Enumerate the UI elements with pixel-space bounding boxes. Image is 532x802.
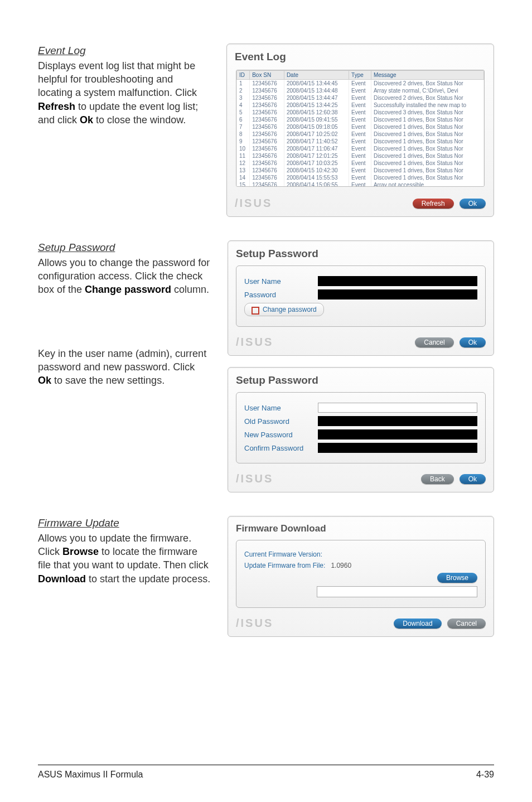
event-log-table[interactable]: IDBox SNDateTypeMessage 1123456762008/04…	[236, 70, 485, 187]
table-cell: Discovered 1 drives, Box Status Nor	[371, 152, 483, 160]
table-cell: Event	[349, 152, 371, 160]
setup-password-para2-bold: Ok	[38, 375, 51, 386]
firmware-download-panel: Firmware Download Current Firmware Versi…	[228, 516, 494, 637]
table-cell: Discovered 1 drives, Box Status Nor	[371, 138, 483, 145]
table-row[interactable]: 3123456762008/04/15 13:44:47EventDiscove…	[237, 94, 484, 102]
table-cell: 2008/04/15 13:44:47	[284, 94, 349, 102]
table-cell: 12345676	[250, 80, 284, 88]
table-cell: Discovered 2 drives, Box Status Nor	[371, 94, 483, 102]
table-cell: Event	[349, 145, 371, 152]
current-firmware-label: Current Firmware Version:	[244, 550, 322, 558]
setup-password-para2-pre: Key in the user name (admin), current pa…	[38, 348, 206, 373]
confirm-password-input[interactable]	[318, 443, 477, 453]
table-cell: 12345676	[250, 152, 284, 160]
table-cell: 8	[237, 131, 250, 138]
table-row[interactable]: 15123456762008/04/14 15:06:55EventArray …	[237, 181, 484, 187]
brand-logo: /ISUS	[236, 617, 273, 630]
event-log-column-header[interactable]: ID	[237, 71, 250, 80]
table-row[interactable]: 11123456762008/04/17 12:01:25EventDiscov…	[237, 152, 484, 160]
table-cell: 11	[237, 152, 250, 160]
table-cell: 6	[237, 116, 250, 123]
event-log-body-post: to close the window.	[93, 114, 186, 125]
table-cell: Discovered 3 drives, Box Status Nor	[371, 109, 483, 116]
table-cell: Event	[349, 181, 371, 187]
table-cell: 4	[237, 102, 250, 109]
user-name-label-2: User Name	[244, 404, 311, 412]
event-log-column-header[interactable]: Type	[349, 71, 371, 80]
firmware-body-post: to start the update process.	[86, 573, 210, 584]
change-password-checkbox[interactable]: Change password	[244, 303, 324, 316]
ok-button[interactable]: Ok	[460, 337, 486, 347]
table-cell: Discovered 1 drives, Box Status Nor	[371, 123, 483, 131]
table-cell: 2008/04/17 11:06:47	[284, 145, 349, 152]
setup-password-bold1: Change password	[85, 284, 171, 295]
back-button[interactable]: Back	[421, 474, 454, 484]
download-button[interactable]: Download	[394, 619, 441, 629]
firmware-file-input[interactable]	[317, 586, 477, 597]
old-password-label: Old Password	[244, 417, 311, 426]
browse-button[interactable]: Browse	[437, 573, 477, 583]
user-name-field[interactable]	[318, 276, 477, 286]
new-password-input[interactable]	[318, 429, 477, 439]
table-row[interactable]: 14123456762008/04/14 15:55:53EventDiscov…	[237, 174, 484, 181]
table-row[interactable]: 7123456762008/04/15 09:18:05EventDiscove…	[237, 123, 484, 131]
event-log-panel-title: Event Log	[235, 51, 486, 63]
event-log-column-header[interactable]: Message	[371, 71, 483, 80]
table-cell: 12	[237, 160, 250, 167]
cancel-button[interactable]: Cancel	[447, 619, 486, 629]
event-log-column-header[interactable]: Date	[284, 71, 349, 80]
table-row[interactable]: 5123456762008/04/15 12:60:38EventDiscove…	[237, 109, 484, 116]
setup-password-panel-1: Setup Password User Name Password Change…	[228, 240, 494, 356]
table-cell: 12345676	[250, 87, 284, 94]
table-cell: 12345676	[250, 181, 284, 187]
table-row[interactable]: 6123456762008/04/15 09:41:55EventDiscove…	[237, 116, 484, 123]
table-cell: Array not accessible	[371, 181, 483, 187]
brand-logo: /ISUS	[235, 197, 272, 210]
table-cell: 3	[237, 94, 250, 102]
table-cell: 2008/04/15 12:60:38	[284, 109, 349, 116]
table-cell: Event	[349, 87, 371, 94]
table-cell: 1	[237, 80, 250, 88]
table-cell: 2008/04/15 13:44:25	[284, 102, 349, 109]
firmware-bold2: Download	[38, 573, 86, 584]
setup-password-panel1-title: Setup Password	[236, 248, 486, 260]
table-row[interactable]: 13123456762008/04/15 10:42:30EventDiscov…	[237, 167, 484, 174]
brand-logo: /ISUS	[236, 472, 273, 485]
user-name-label: User Name	[244, 277, 311, 286]
setup-password-body-post: column.	[171, 284, 209, 295]
table-cell: Discovered 1 drives, Box Status Nor	[371, 116, 483, 123]
table-cell: 12345676	[250, 123, 284, 131]
table-cell: 12345676	[250, 160, 284, 167]
table-row[interactable]: 10123456762008/04/17 11:06:47EventDiscov…	[237, 145, 484, 152]
ok-button-2[interactable]: Ok	[460, 474, 486, 484]
table-cell: 12345676	[250, 116, 284, 123]
new-password-label: New Password	[244, 431, 311, 439]
table-row[interactable]: 12123456762008/04/17 10:03:25EventDiscov…	[237, 160, 484, 167]
table-cell: 12345676	[250, 145, 284, 152]
table-cell: 2008/04/17 10:25:02	[284, 131, 349, 138]
table-cell: 12345676	[250, 131, 284, 138]
footer-left: ASUS Maximus II Formula	[38, 770, 143, 780]
table-row[interactable]: 2123456762008/04/15 13:44:48EventArray s…	[237, 87, 484, 94]
cancel-button[interactable]: Cancel	[415, 337, 453, 347]
refresh-button[interactable]: Refresh	[413, 199, 454, 209]
ok-button[interactable]: Ok	[460, 199, 486, 209]
old-password-input[interactable]	[318, 416, 477, 426]
table-row[interactable]: 1123456762008/04/15 13:44:45EventDiscove…	[237, 80, 484, 88]
table-cell: 12345676	[250, 94, 284, 102]
table-row[interactable]: 9123456762008/04/17 11:40:52EventDiscove…	[237, 138, 484, 145]
user-name-input[interactable]	[318, 403, 477, 413]
table-row[interactable]: 8123456762008/04/17 10:25:02EventDiscove…	[237, 131, 484, 138]
table-cell: Discovered 2 drives, Box Status Nor	[371, 80, 483, 88]
table-cell: Event	[349, 80, 371, 88]
event-log-column-header[interactable]: Box SN	[250, 71, 284, 80]
table-cell: Event	[349, 167, 371, 174]
table-cell: Event	[349, 138, 371, 145]
table-cell: Discovered 1 drives, Box Status Nor	[371, 145, 483, 152]
table-cell: Event	[349, 109, 371, 116]
password-field[interactable]	[318, 289, 477, 299]
table-row[interactable]: 4123456762008/04/15 13:44:25EventSuccess…	[237, 102, 484, 109]
table-cell: 2008/04/15 09:41:55	[284, 116, 349, 123]
table-cell: 7	[237, 123, 250, 131]
table-cell: Event	[349, 123, 371, 131]
